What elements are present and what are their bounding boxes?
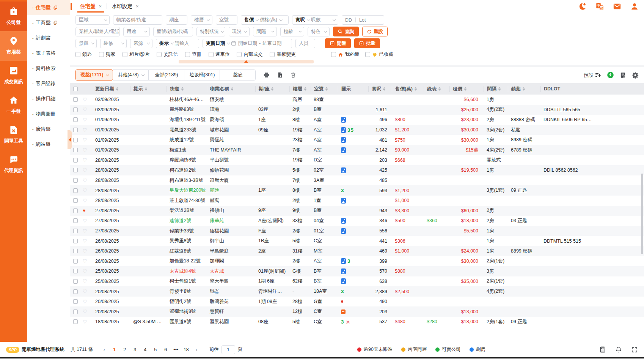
filter-1-7[interactable]: DDLot (342, 15, 384, 25)
submenu-item-2[interactable]: · 計劃書 (27, 30, 70, 46)
column-header-11[interactable]: 租價 (449, 86, 484, 92)
table-row[interactable]: ♥ 27/08/2025 樂活道2B號 禮頓山 9座 9樓 B室 943 $3,… (70, 206, 644, 216)
copy-icon[interactable] (53, 5, 58, 10)
favorite-icon[interactable]: ♡ (83, 248, 87, 254)
filter-3-5[interactable]: 人員 (295, 39, 315, 48)
row-checkbox[interactable] (73, 188, 78, 193)
close-icon[interactable]: × (99, 3, 102, 9)
filter-3-2[interactable]: 來源 (130, 39, 152, 48)
column-header-9[interactable]: 售價(萬) (392, 86, 424, 92)
view-tab-4[interactable]: 盤底 (220, 69, 256, 81)
column-header-8[interactable]: 實呎 (368, 86, 392, 92)
sidebar-item-3[interactable]: 一手盤 (0, 90, 27, 120)
table-row[interactable]: ♡ 20/08/2025 恆明街2號 聽濤雅苑 1期 09座 28樓 G室 49… (70, 297, 644, 307)
page-5[interactable]: 5 (153, 347, 158, 352)
filter-check-5[interactable]: 連車位 (209, 51, 230, 58)
table-row[interactable]: ♡ 01/09/2025 電氣道233號 城市花園 09座 19樓 A室 35 … (70, 125, 644, 135)
row-checkbox[interactable] (73, 208, 78, 213)
sidebar-item-5[interactable]: 代理資訊 (0, 150, 27, 179)
checkbox[interactable] (209, 52, 214, 57)
sort-icon[interactable] (438, 87, 441, 91)
sidebar-item-1[interactable]: 市場盤 (0, 31, 27, 61)
submenu-item-7[interactable]: · 物業圖冊 (27, 106, 70, 122)
column-header-0[interactable]: 更新日期 (92, 86, 130, 92)
favorite-icon[interactable]: ♡ (83, 198, 87, 204)
row-checkbox[interactable] (73, 299, 78, 304)
table-row[interactable]: ♡ 03/09/2025 桂林街46A-46C號 恆安樓 高層 88室 $6,6… (70, 95, 644, 105)
prev-page-button[interactable]: ‹ (102, 347, 107, 353)
column-header-10[interactable]: 綠表 (424, 86, 449, 92)
submenu-item-8[interactable]: · 廣告盤 (27, 122, 70, 137)
sidebar-item-2[interactable]: 成交資訊 (0, 61, 27, 90)
favorite-icon[interactable]: ♡ (83, 299, 87, 305)
row-checkbox[interactable] (73, 218, 78, 223)
favorite-icon[interactable]: ♡ (83, 117, 87, 123)
favorite-icon[interactable]: ♡ (83, 157, 87, 163)
filter-1-5[interactable]: 售價價格(萬) (241, 15, 289, 25)
table-row[interactable]: ♡ 28/08/2025 皇后大道東200號 囍匯 1座 8樓 B室 3 593… (70, 185, 644, 196)
submenu-item-4[interactable]: · 資料檢索 (27, 61, 70, 76)
sort-icon[interactable] (498, 87, 501, 91)
table-row[interactable]: ♡ 27/08/2025 偉業街33號 德福花園 F座 2樓 01室 556 $… (70, 226, 644, 236)
bell-icon[interactable] (615, 346, 622, 353)
row-checkbox[interactable] (73, 229, 78, 233)
filter-check-2[interactable]: 相片/影片 (123, 51, 149, 58)
table-row[interactable]: ♡ 28/08/2025 柯布連道2號 修頓花園 5樓 02室 425 $19,… (70, 165, 644, 175)
row-checkbox[interactable] (73, 239, 78, 243)
filter-1-4[interactable]: 室號 (216, 15, 237, 25)
column-header-7[interactable]: 圖示 (338, 86, 368, 92)
sort-icon[interactable] (304, 87, 306, 91)
table-row[interactable]: ♡ 01/09/2025 般咸道12號 寶恆苑 23樓 A室 481 $750 … (70, 135, 644, 145)
view-tab-1[interactable]: 其他(478) (113, 69, 149, 81)
filter-2-6[interactable]: 樓齡 (280, 27, 304, 36)
sort-icon[interactable] (325, 87, 328, 91)
sidebar-item-0[interactable]: 公司盤 (0, 2, 27, 31)
dark-mode-icon[interactable] (578, 2, 586, 11)
sidebar-collapse-handle[interactable] (68, 130, 72, 149)
filter-2-5[interactable]: 間隔 (253, 27, 277, 36)
search-button[interactable]: 查詢 (333, 27, 359, 36)
next-page-button[interactable]: › (194, 347, 199, 353)
sort-icon[interactable] (271, 87, 273, 91)
sort-icon[interactable] (415, 87, 417, 91)
favorite-icon[interactable]: ♡ (83, 289, 87, 294)
table-row[interactable]: ♡ 01/09/2025 海壇街189-211號 愛海頌 1座 8樓 A室 49… (70, 115, 644, 125)
filter-right-check-0[interactable]: 我的盤 (331, 51, 360, 58)
filter-check-4[interactable]: 查冊 (185, 51, 201, 58)
favorite-icon[interactable]: ♡ (83, 238, 87, 244)
column-header-3[interactable]: 物業名稱 (207, 86, 255, 92)
filter-3-4[interactable]: 更新日期開始日期-結束日期 (203, 39, 292, 48)
row-checkbox[interactable] (73, 117, 78, 122)
row-checkbox[interactable] (73, 249, 78, 253)
filter-collapse-strip[interactable] (179, 60, 314, 63)
row-checkbox[interactable] (73, 138, 78, 142)
trash-icon[interactable] (290, 72, 296, 78)
page-•••[interactable]: ••• (173, 347, 179, 352)
filter-3-3[interactable]: 提示請輸入 (156, 39, 199, 48)
sort-icon[interactable] (116, 87, 118, 91)
filter-1-0[interactable]: 區域 (75, 15, 110, 25)
favorite-icon[interactable]: ♡ (83, 107, 87, 112)
checkbox[interactable] (157, 52, 162, 57)
filter-check-3[interactable]: 委託信 (157, 51, 178, 58)
table-row[interactable]: ♡ 26/08/2025 紅荔道8號 半島豪庭 2座 31樓 M室 469 $1… (70, 246, 644, 256)
table-row[interactable]: ♡ 25/08/2025 太古城道4號 太古城 01座(洞庭閣) G樓 B室 5… (70, 266, 644, 276)
filter-check-1[interactable]: 獨家 (99, 51, 115, 58)
column-header-4[interactable]: 期/座 (255, 86, 289, 92)
row-checkbox[interactable] (73, 128, 78, 132)
row-checkbox[interactable] (73, 319, 78, 324)
favorite-icon[interactable]: ♡ (83, 137, 87, 143)
favorite-icon[interactable]: ♡ (83, 258, 87, 264)
favorite-icon[interactable]: ♡ (83, 278, 87, 284)
filter-2-4[interactable]: 現況 (229, 27, 250, 36)
filter-check-6[interactable]: 內部成交 (237, 51, 262, 58)
row-checkbox[interactable] (73, 107, 78, 112)
checkbox[interactable] (331, 52, 336, 57)
translate-icon[interactable]: 中En (595, 2, 604, 11)
column-header-2[interactable]: 街道 (166, 86, 207, 92)
table-row[interactable]: ♡ 01/09/2025 梅道1號 THE MAYFAIR 7樓 A室 2,14… (70, 145, 644, 155)
column-header-14[interactable]: DDLOT (540, 86, 644, 92)
open-board-button[interactable]: 開盤 (325, 38, 351, 48)
filter-check-0[interactable]: 鎖匙 (75, 51, 92, 58)
favorite-icon[interactable]: ♡ (83, 167, 87, 173)
